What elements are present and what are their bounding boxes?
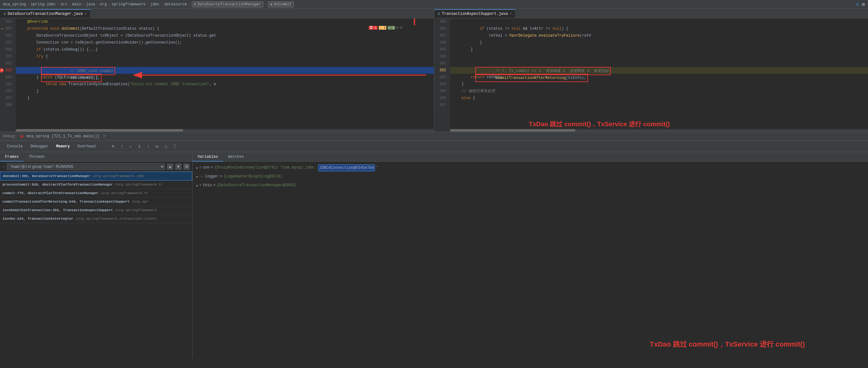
close-tab-left[interactable]: × [85, 12, 87, 16]
code-line-388: if (status.isDebug()) {...} [16, 46, 434, 53]
toolbar-btn-eval[interactable]: ⌂ [162, 143, 169, 150]
annotation-text: TxDao 跳过 commit()，TxService 进行 commit() [529, 120, 670, 128]
code-line-397: } [16, 95, 434, 102]
breadcrumb-item[interactable]: org [100, 2, 107, 7]
var-list: ▶ ≡ con = {DruidPooledConnection@3741} "… [192, 162, 868, 192]
var-item-this: ▶ ≡ this = {DataSourceTransactionManager… [192, 181, 868, 190]
toolbar-actions: ≡ ↑ ↓ ↧ ↑ ↻ ⌂ ⋮ [110, 143, 178, 150]
frame-item-2[interactable]: commit:776, AbstractPlatformTransactionM… [0, 189, 192, 197]
breadcrumb-methodname: doCommit [274, 2, 292, 7]
close-tab-right[interactable]: × [510, 12, 512, 16]
tab-icon-right: C [438, 12, 440, 16]
var-item-con: ▶ ≡ con = {DruidPooledConnection@3741} "… [192, 163, 868, 172]
tabs-container: C DataSourceTransactionManager.java × C … [0, 9, 868, 18]
toolbar-tab-console[interactable]: Console [3, 143, 27, 150]
right-line-389: } [450, 46, 868, 53]
bottom-panel: Frames Threads ✓ "main"@1 in group "main… [0, 152, 868, 359]
error-badge: ⓵ 1 [369, 26, 377, 30]
toolbar-btn-step-over[interactable]: ↧ [136, 143, 143, 150]
tab-threads[interactable]: Threads [24, 152, 50, 162]
right-tabs: C TransactionAspectSupport.java × [434, 9, 868, 18]
frame-list: doCommit:393, DataSourceTransactionManag… [0, 172, 192, 359]
frame-item-4[interactable]: invokeWithinTransaction:392, Transaction… [0, 206, 192, 215]
code-line-395: throw new TransactionSystemException("Co… [16, 81, 434, 88]
code-line-391: try { [16, 53, 434, 60]
close-debug-session[interactable]: × [103, 134, 105, 139]
var-expand-logger[interactable]: ▶ [196, 174, 198, 180]
frame-item-3[interactable]: commitTransactionAfterReturning:640, Tra… [0, 197, 192, 206]
right-line-391: // 7. Tx_commit => 1. 资源储量 2. 连接释放 3. 恢复… [450, 60, 868, 67]
toolbar-tab-debugger[interactable]: Debugger [27, 143, 52, 150]
toolbar-tabs: Console Debugger Memory Overhead [3, 143, 99, 150]
right-code-content: if (status != null && txAttr != null) { … [450, 18, 868, 132]
frame-item-active[interactable]: doCommit:393, DataSourceTransactionManag… [0, 172, 192, 181]
left-tabs: C DataSourceTransactionManager.java × [0, 9, 434, 18]
breadcrumb-item[interactable]: java [86, 2, 95, 7]
nav-up[interactable]: ∧ [397, 25, 399, 30]
expand-icon[interactable]: ⇱ [856, 1, 860, 7]
warn-badge: ⚠ 3 [379, 26, 386, 30]
toolbar-btn-more[interactable]: ⋮ [172, 143, 178, 150]
thread-nav-up[interactable]: ▲ [167, 163, 173, 170]
breakpoint-icon[interactable]: ● [0, 68, 4, 72]
tab-icon-left: C [4, 12, 6, 16]
var-watches-tabs: Variables Watches [192, 152, 868, 162]
right-line-386: if (status != null && txAttr != null) { [450, 25, 868, 32]
thread-dropdown[interactable]: "main"@1 in group "main": RUNNING [7, 163, 165, 170]
toolbar-btn-step-out[interactable]: ↑ [145, 143, 152, 150]
left-editor-pane: 384 → 385 386 387 388 391 392 ● [0, 18, 434, 132]
var-expand-this[interactable]: ▶ [196, 183, 198, 189]
nav-down[interactable]: ∨ [400, 25, 402, 30]
right-line-395: // 编程式事务处理 [450, 88, 868, 95]
left-code-content: ⓵ 1 ⚠ 3 ✓ 1 ∧ ∨ @Override protected void… [16, 18, 434, 132]
right-line-numbers: 385 386 387 388 389 390 391 392 393 394 … [434, 18, 450, 132]
tab-datasource-transaction-manager[interactable]: C DataSourceTransactionManager.java × [0, 9, 91, 18]
breadcrumb-item[interactable]: spring-jdbc [31, 2, 56, 7]
breadcrumb-class[interactable]: C DataSourceTransactionManager [192, 2, 263, 7]
toolbar-tab-memory[interactable]: Memory [52, 143, 73, 150]
breadcrumb-item[interactable]: mca_spring [3, 2, 26, 7]
variables-panel: Variables Watches ▶ ≡ con = {DruidPooled… [192, 152, 868, 359]
toolbar-btn-down[interactable]: ↓ [127, 143, 134, 150]
thread-filter[interactable]: ⚙ [183, 163, 190, 170]
frame-item-5[interactable]: invoke:124, TransactionInterceptor (org.… [0, 215, 192, 223]
tab-frames[interactable]: Frames [0, 152, 24, 162]
var-highlight-con: JDBC4Connection@6345e7b9 [318, 164, 375, 172]
class-icon: C [194, 2, 196, 6]
breadcrumb-item[interactable]: datasource [164, 2, 187, 7]
bottom-annotation: TxDao 跳过 commit()，TxService 进行 commit() [650, 340, 805, 349]
right-line-397 [450, 102, 868, 109]
right-line-385 [450, 18, 868, 25]
tab-transaction-aspect-support[interactable]: C TransactionAspectSupport.java × [434, 9, 516, 18]
editor-area: 384 → 385 386 387 388 391 392 ● [0, 18, 868, 132]
toolbar-btn-run-cursor[interactable]: ↻ [154, 143, 161, 150]
debug-bar: Debug: 🐞 mca_spring [T21_1_Tx_xml.main()… [0, 132, 868, 141]
breadcrumb-item[interactable]: springframework [112, 2, 146, 7]
right-line-387: retVal = VavrDelegate.evaluateTryFailure… [450, 32, 868, 39]
code-line-398 [16, 102, 434, 109]
code-line-396: } [16, 88, 434, 95]
breadcrumb-item[interactable]: main [72, 2, 81, 7]
var-expand-con[interactable]: ▶ [196, 165, 198, 172]
toolbar-tab-overhead[interactable]: Overhead [73, 143, 99, 150]
right-editor-pane: 385 386 387 388 389 390 391 392 393 394 … [434, 18, 868, 132]
thread-status-icon: ✓ [2, 164, 5, 169]
tab-variables[interactable]: Variables [192, 152, 223, 162]
left-line-numbers: 384 → 385 386 387 388 391 392 ● [0, 18, 16, 132]
breadcrumb-item[interactable]: src [61, 2, 67, 7]
method-icon: m [270, 2, 272, 6]
toolbar-btn-list[interactable]: ≡ [110, 143, 117, 150]
tab-watches[interactable]: Watches [223, 152, 249, 162]
breadcrumb-method[interactable]: m doCommit [268, 2, 294, 7]
breadcrumb-item[interactable]: jdbc [151, 2, 160, 7]
thread-nav-down[interactable]: ▼ [175, 163, 182, 170]
right-line-390 [450, 53, 868, 60]
code-line-387: Connection con = txObject.getConnectionH… [16, 39, 434, 46]
debug-label: Debug: [3, 134, 17, 139]
thread-selector: ✓ "main"@1 in group "main": RUNNING ▲ ▼ … [0, 162, 192, 172]
toolbar-btn-up[interactable]: ↑ [118, 143, 125, 150]
frame-item-1[interactable]: processCommit:820, AbstractPlatformTrans… [0, 181, 192, 189]
debug-session-name[interactable]: mca_spring [T21_1_Tx_xml.main()] [27, 134, 99, 139]
breadcrumb-classname: DataSourceTransactionManager [197, 2, 261, 7]
settings-icon[interactable]: ⊞ [862, 1, 865, 7]
